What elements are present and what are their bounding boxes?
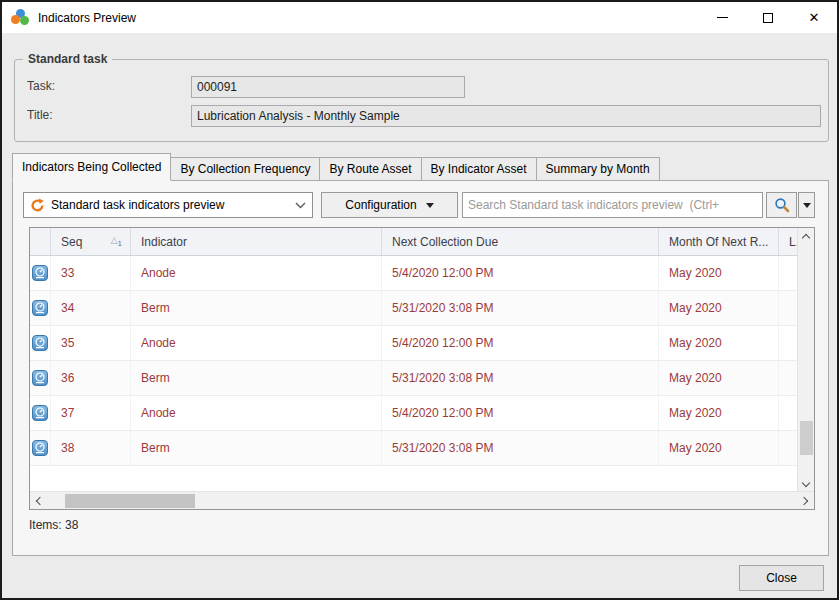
dropdown-arrow-icon (803, 203, 811, 208)
scroll-up-button[interactable] (798, 228, 815, 245)
cell-indicator: Anode (131, 396, 382, 430)
title-field[interactable] (191, 105, 821, 127)
standard-task-groupbox: Standard task Task: Title: (14, 59, 829, 142)
search-icon (773, 196, 791, 214)
tab-by-indicator-asset[interactable]: By Indicator Asset (422, 157, 537, 181)
cell-next-collection-due: 5/4/2020 12:00 PM (382, 396, 659, 430)
table-row[interactable]: 38 Berm 5/31/2020 3:08 PM May 2020 (30, 431, 797, 466)
close-icon: ✕ (809, 11, 820, 24)
items-count: Items: 38 (29, 518, 78, 532)
cell-seq: 33 (51, 256, 131, 290)
cell-next-collection-due: 5/31/2020 3:08 PM (382, 361, 659, 395)
close-window-button[interactable]: ✕ (791, 2, 837, 33)
indicators-table: Seq △1 Indicator Next Collection Due Mon… (29, 227, 815, 510)
table-row[interactable]: 35 Anode 5/4/2020 12:00 PM May 2020 (30, 326, 797, 361)
close-button[interactable]: Close (739, 565, 824, 591)
cell-seq: 36 (51, 361, 131, 395)
task-field[interactable] (191, 76, 465, 98)
scroll-left-button[interactable] (30, 492, 47, 509)
column-header-seq-label: Seq (61, 235, 82, 249)
configuration-label: Configuration (345, 198, 416, 212)
column-header-next-collection-due[interactable]: Next Collection Due (382, 228, 659, 255)
chevron-up-icon (802, 234, 810, 242)
vertical-scrollbar-thumb[interactable] (800, 421, 813, 455)
cell-seq: 35 (51, 326, 131, 360)
tab-indicators-being-collected[interactable]: Indicators Being Collected (12, 153, 171, 181)
tab-by-route-asset[interactable]: By Route Asset (320, 157, 421, 181)
column-header-truncated[interactable]: L... (779, 228, 797, 255)
cell-month: May 2020 (659, 326, 779, 360)
cell-indicator: Anode (131, 256, 382, 290)
cell-seq: 34 (51, 291, 131, 325)
table-row[interactable]: 34 Berm 5/31/2020 3:08 PM May 2020 (30, 291, 797, 326)
vertical-scrollbar[interactable] (797, 228, 814, 493)
gauge-icon (32, 440, 48, 456)
search-button[interactable] (766, 192, 797, 218)
cell-next-collection-due: 5/31/2020 3:08 PM (382, 291, 659, 325)
cell-month: May 2020 (659, 396, 779, 430)
title-label: Title: (27, 108, 53, 122)
window-title: Indicators Preview (38, 11, 136, 25)
sort-ascending-icon: △1 (111, 235, 122, 248)
cell-month: May 2020 (659, 291, 779, 325)
configuration-button[interactable]: Configuration (321, 192, 458, 218)
gauge-icon (32, 265, 48, 281)
view-selector-dropdown[interactable]: Standard task indicators preview (23, 192, 313, 218)
scroll-right-button[interactable] (797, 492, 814, 509)
cell-seq: 38 (51, 431, 131, 465)
cell-indicator: Berm (131, 431, 382, 465)
cell-indicator: Berm (131, 361, 382, 395)
tab-panel: Standard task indicators preview Configu… (12, 180, 829, 556)
maximize-icon (763, 13, 773, 23)
cell-seq: 37 (51, 396, 131, 430)
tab-strip: Indicators Being Collected By Collection… (12, 153, 660, 181)
title-bar: Indicators Preview ✕ (2, 2, 837, 33)
search-options-button[interactable] (798, 192, 815, 218)
column-header-seq[interactable]: Seq △1 (51, 228, 131, 255)
tab-summary-by-month[interactable]: Summary by Month (537, 157, 660, 181)
column-header-indicator[interactable]: Indicator (131, 228, 382, 255)
cell-next-collection-due: 5/31/2020 3:08 PM (382, 431, 659, 465)
gauge-icon (32, 335, 48, 351)
cell-month: May 2020 (659, 361, 779, 395)
cell-next-collection-due: 5/4/2020 12:00 PM (382, 326, 659, 360)
minimize-icon (717, 17, 728, 18)
horizontal-scrollbar-thumb[interactable] (65, 494, 195, 508)
minimize-button[interactable] (699, 2, 745, 33)
column-header-icon[interactable] (30, 228, 51, 255)
task-label: Task: (27, 79, 55, 93)
table-body: 33 Anode 5/4/2020 12:00 PM May 2020 34 B… (30, 256, 797, 466)
cell-indicator: Berm (131, 291, 382, 325)
table-row[interactable]: 37 Anode 5/4/2020 12:00 PM May 2020 (30, 396, 797, 431)
cell-month: May 2020 (659, 431, 779, 465)
chevron-down-icon (802, 479, 810, 487)
dropdown-arrow-icon (426, 203, 434, 208)
horizontal-scrollbar[interactable] (30, 491, 814, 509)
gauge-icon (32, 300, 48, 316)
table-header-row: Seq △1 Indicator Next Collection Due Mon… (30, 228, 797, 256)
cell-indicator: Anode (131, 326, 382, 360)
chevron-down-icon (295, 202, 306, 209)
chevron-right-icon (800, 496, 808, 504)
gauge-icon (32, 405, 48, 421)
table-row[interactable]: 36 Berm 5/31/2020 3:08 PM May 2020 (30, 361, 797, 396)
cell-month: May 2020 (659, 256, 779, 290)
column-header-month-of-next[interactable]: Month Of Next R... (659, 228, 779, 255)
app-icon (11, 9, 31, 27)
indicators-preview-dialog: Indicators Preview ✕ Standard task Task:… (0, 0, 839, 600)
groupbox-title: Standard task (23, 52, 112, 66)
gauge-icon (32, 370, 48, 386)
view-selector-value: Standard task indicators preview (51, 198, 295, 212)
maximize-button[interactable] (745, 2, 791, 33)
refresh-icon (30, 198, 45, 213)
tab-by-collection-frequency[interactable]: By Collection Frequency (171, 157, 320, 181)
cell-next-collection-due: 5/4/2020 12:00 PM (382, 256, 659, 290)
chevron-left-icon (36, 496, 44, 504)
search-input[interactable] (462, 192, 763, 218)
table-row[interactable]: 33 Anode 5/4/2020 12:00 PM May 2020 (30, 256, 797, 291)
